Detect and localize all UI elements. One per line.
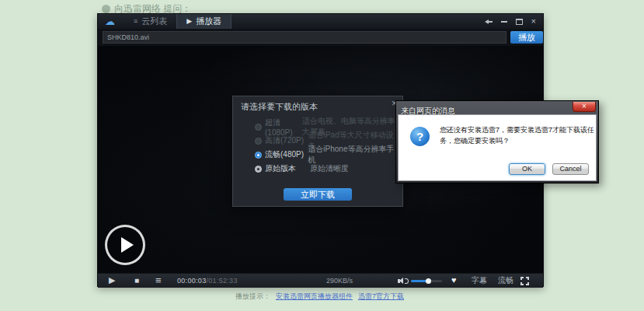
close-button[interactable]: × — [531, 17, 536, 26]
option-desc: 原始清晰度 — [310, 163, 349, 174]
minimize-button[interactable] — [501, 21, 507, 23]
title-tab-bar: ☁ ≡ 云列表 ▶ 播放器 × — [98, 14, 543, 29]
playlist-button[interactable]: ≡ — [155, 275, 162, 285]
speaker-cone — [399, 278, 403, 284]
radio-720p[interactable] — [255, 138, 262, 145]
time-current: 00:00:03 — [177, 277, 206, 285]
pin-tail — [489, 21, 493, 23]
volume-icon[interactable] — [398, 278, 409, 285]
maximize-button[interactable] — [516, 19, 523, 25]
cloud-icon: ☁ — [105, 16, 115, 26]
ok-button[interactable]: OK — [509, 163, 545, 175]
option-label: 超清(1080P) — [265, 117, 302, 137]
address-bar: SHKD810.avi 播放 — [98, 29, 543, 46]
time-display: 00:00:03/01:52:33 — [177, 278, 238, 285]
list-icon: ≡ — [134, 18, 138, 25]
speaker-wave — [405, 278, 409, 284]
download-speed: 290KB/s — [326, 278, 353, 285]
download-version-dialog: 请选择要下载的版本 × 超清(1080P) 适合电视、电脑等高分辨率大屏幕 高清… — [232, 96, 403, 207]
quality-button[interactable]: 流畅 — [498, 277, 513, 285]
option-label: 原始版本 — [265, 163, 310, 174]
tab-player[interactable]: ▶ 播放器 — [176, 14, 231, 29]
player-control-bar: ▶ ■ ≡ 00:00:03/01:52:33 290KB/s ♥ 字幕 流畅 — [98, 273, 543, 288]
pin-icon[interactable] — [485, 18, 493, 25]
time-total: 01:52:33 — [208, 277, 237, 285]
filename-input[interactable]: SHKD810.avi — [103, 31, 506, 44]
big-play-button[interactable] — [105, 225, 145, 265]
version-option-480p[interactable]: 流畅(480P) 适合iPhone等高分辨率手机 — [255, 148, 398, 162]
webpage-message-dialog: 来自网页的消息 × ? 您还没有安装迅雷7，需要安装迅雷7才能下载该任务，您确定… — [395, 100, 599, 183]
play-url-button[interactable]: 播放 — [510, 31, 543, 44]
tab-cloud-list-label: 云列表 — [141, 16, 167, 27]
page-footer: 播放提示： 安装迅雷网页播放器组件 迅雷7官方下载 — [235, 293, 404, 300]
background-page-icon — [102, 5, 110, 13]
message-dialog-buttons: OK Cancel — [509, 163, 589, 175]
volume-slider[interactable] — [411, 280, 442, 282]
big-play-triangle-icon — [121, 237, 134, 253]
option-label: 高清(720P) — [265, 135, 308, 146]
message-dialog-titlebar: 来自网页的消息 × — [398, 103, 597, 114]
message-dialog-close-button[interactable]: × — [573, 102, 596, 112]
footer-link-download[interactable]: 迅雷7官方下载 — [358, 293, 404, 300]
option-desc: 适合iPhone等高分辨率手机 — [308, 144, 398, 166]
message-text: 您还没有安装迅雷7，需要安装迅雷7才能下载该任务，您确定要安装吗？ — [440, 124, 595, 147]
download-dialog-title: 请选择要下载的版本 — [241, 101, 318, 113]
subtitle-button[interactable]: 字幕 — [472, 277, 487, 285]
download-now-button[interactable]: 立即下载 — [284, 188, 352, 201]
radio-1080p[interactable] — [255, 124, 262, 131]
favorite-button[interactable]: ♥ — [451, 276, 457, 285]
footer-prefix: 播放提示： — [235, 293, 270, 300]
message-dialog-body: ? 您还没有安装迅雷7，需要安装迅雷7才能下载该任务，您确定要安装吗？ OK C… — [398, 114, 597, 181]
volume-knob[interactable] — [426, 278, 431, 284]
tab-player-label: 播放器 — [196, 16, 221, 27]
window-buttons: × — [485, 17, 543, 26]
play-button[interactable]: ▶ — [109, 276, 115, 285]
tab-cloud-list[interactable]: ≡ 云列表 — [124, 14, 176, 29]
cancel-button[interactable]: Cancel — [552, 163, 589, 175]
radio-480p[interactable] — [255, 152, 262, 159]
version-options: 超清(1080P) 适合电视、电脑等高分辨率大屏幕 高清(720P) 适合iPa… — [255, 120, 398, 176]
option-label: 流畅(480P) — [265, 149, 308, 160]
play-tab-icon: ▶ — [186, 18, 192, 25]
footer-link-install[interactable]: 安装迅雷网页播放器组件 — [276, 293, 353, 300]
fullscreen-button[interactable] — [520, 277, 529, 285]
stop-button[interactable]: ■ — [134, 277, 139, 285]
question-icon: ? — [410, 127, 430, 146]
radio-original[interactable] — [255, 166, 262, 173]
